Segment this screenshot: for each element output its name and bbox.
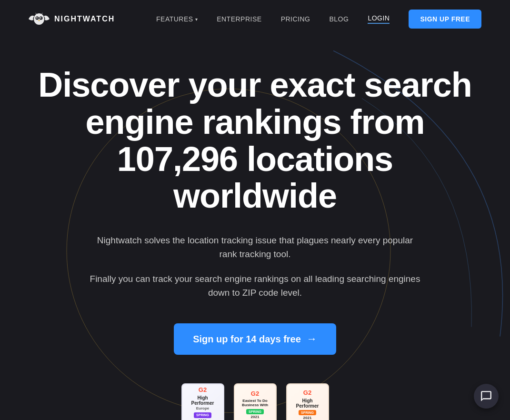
cta-label: Sign up for 14 days free — [193, 334, 301, 345]
badge-high-performer-2021: G2 HighPerformer SPRING 2021 — [286, 383, 329, 420]
signup-button[interactable]: SIGN UP FREE — [409, 10, 481, 29]
chat-button[interactable] — [474, 384, 499, 409]
nav-features[interactable]: FEATURES ▾ — [156, 15, 198, 23]
nav-links: FEATURES ▾ ENTERPRISE PRICING BLOG LOGIN… — [156, 10, 481, 29]
logo-text: NIGHTWATCH — [54, 15, 115, 23]
hero-subtitle-1: Nightwatch solves the location tracking … — [89, 234, 422, 261]
hero-subtitle-2: Finally you can track your search engine… — [84, 272, 427, 300]
navbar: NIGHTWATCH FEATURES ▾ ENTERPRISE PRICING… — [0, 0, 510, 38]
badge-title-3: HighPerformer — [296, 398, 319, 409]
badge-high-performer-europe: G2 HighPerformer Europe SPRING 2021 — [181, 383, 224, 420]
chat-svg-icon — [480, 390, 492, 402]
badge-title-2: Easiest To DoBusiness With — [242, 399, 268, 408]
features-arrow-icon: ▾ — [195, 17, 198, 22]
nav-pricing[interactable]: PRICING — [281, 15, 310, 23]
g2-logo-2: G2 — [251, 390, 259, 398]
hero-section: Discover your exact search engine rankin… — [0, 38, 510, 355]
g2-logo-1: G2 — [199, 386, 207, 394]
cta-arrow-icon: → — [307, 333, 317, 345]
logo-icon — [29, 12, 50, 26]
nav-login[interactable]: LOGIN — [368, 14, 390, 24]
badge-tag-2: SPRING — [246, 409, 264, 414]
nav-blog[interactable]: BLOG — [329, 15, 349, 23]
hero-cta-button[interactable]: Sign up for 14 days free → — [174, 323, 336, 355]
badge-year-2: 2021 — [251, 415, 260, 420]
logo-link[interactable]: NIGHTWATCH — [29, 12, 115, 26]
badge-tag-1: SPRING — [194, 412, 211, 418]
badge-tag-3: SPRING — [299, 410, 316, 415]
svg-point-4 — [36, 17, 38, 19]
badges-section: G2 HighPerformer Europe SPRING 2021 G2 E… — [0, 383, 510, 420]
badge-title-1: HighPerformer — [191, 395, 214, 406]
svg-point-1 — [34, 13, 44, 25]
badge-region-1: Europe — [196, 406, 210, 411]
g2-logo-3: G2 — [303, 389, 311, 397]
badge-year-3: 2021 — [303, 416, 312, 420]
svg-point-5 — [40, 17, 41, 19]
badge-easiest-business: G2 Easiest To DoBusiness With SPRING 202… — [234, 383, 277, 420]
badge-year-1: 2021 — [199, 419, 207, 420]
nav-enterprise[interactable]: ENTERPRISE — [217, 15, 261, 23]
hero-title: Discover your exact search engine rankin… — [38, 67, 472, 215]
